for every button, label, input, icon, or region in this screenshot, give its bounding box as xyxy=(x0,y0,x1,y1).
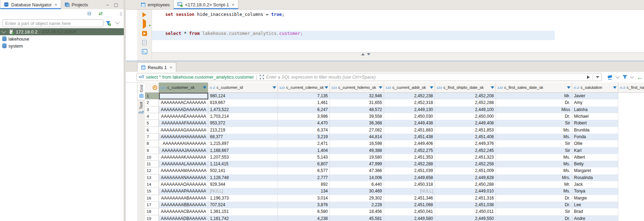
grid-cell[interactable]: AAAAAAAAHAAAAAAA xyxy=(159,134,208,140)
column-filter-arrow-icon[interactable] xyxy=(379,86,382,89)
tree-item-lakehouse[interactable]: lakehouse xyxy=(0,35,124,42)
grid-cell[interactable]: Margaret xyxy=(572,167,618,174)
grid-cell[interactable]: 14,006 xyxy=(330,174,384,181)
column-header[interactable]: 123c_customer_sk xyxy=(159,82,208,92)
grid-cell[interactable]: 6,807 xyxy=(278,161,330,167)
grid-cell[interactable]: 2,451,009 xyxy=(435,167,496,174)
grid-cell[interactable]: Brad xyxy=(572,208,618,215)
grid-cell[interactable]: Miss xyxy=(496,106,572,113)
grid-cell[interactable]: 2,449,408 xyxy=(435,120,496,127)
grid-cell[interactable]: Sir xyxy=(496,208,572,215)
grid-cell[interactable]: 36,368 xyxy=(330,120,384,127)
tab-database-navigator[interactable]: Database Navigator × xyxy=(0,0,61,9)
grid-cell[interactable]: AAAAAAAAMAAAAAAA xyxy=(159,167,208,174)
tab-script-1[interactable]: <172.18.0.2> Script-1 × xyxy=(173,0,238,9)
grid-cell[interactable]: 929,344 xyxy=(208,181,278,188)
grid-cell[interactable]: 134 xyxy=(278,188,330,195)
execute-new-tab-button[interactable]: + xyxy=(143,21,146,27)
object-filter-input[interactable] xyxy=(2,19,103,27)
grid-cell[interactable]: 1,161,742 xyxy=(208,215,278,221)
grid-cell[interactable]: 2,452,275 xyxy=(384,147,435,154)
grid-cell[interactable]: 31,655 xyxy=(330,99,384,106)
grid-cell[interactable]: 27,082 xyxy=(330,127,384,134)
grid-cell[interactable]: Michael xyxy=(572,113,618,120)
grid-cell[interactable]: 2,451,316 xyxy=(435,195,496,202)
grid-cell[interactable]: Latisha xyxy=(572,106,618,113)
grid-cell[interactable]: AAAAAAAADBAAAAAA xyxy=(159,215,208,221)
grid-cell[interactable]: 213,219 xyxy=(208,127,278,134)
grid-cell[interactable]: 3,014 xyxy=(278,195,330,202)
grid-cell[interactable]: Lee xyxy=(572,202,618,208)
grid-cell[interactable]: 2,452,258 xyxy=(435,161,496,167)
grid-cell[interactable]: 16,598 xyxy=(330,140,384,147)
column-header[interactable]: A-Zc_first_na xyxy=(618,82,644,92)
grid-cell[interactable]: AAAAAAAAKAAAAAAA xyxy=(159,154,208,161)
column-header[interactable]: 123c_first_sales_date_sk xyxy=(496,82,572,92)
grid-cell[interactable]: 2,228 xyxy=(330,202,384,208)
column-header[interactable]: 123c_current_addr_sk xyxy=(384,82,435,92)
overflow-dots-icon[interactable]: ⣿ xyxy=(120,12,122,16)
maximize-view-icon[interactable]: ▢ xyxy=(114,2,118,7)
grid-cell[interactable]: Mr. xyxy=(496,181,572,188)
row-number[interactable]: 11 xyxy=(145,161,159,167)
grid-cell[interactable]: 1,196,373 xyxy=(208,195,278,202)
grid-cell[interactable]: 3,986 xyxy=(278,113,330,120)
grid-cell[interactable]: 819,667 xyxy=(208,99,278,106)
column-filter-arrow-icon[interactable] xyxy=(273,86,276,89)
grid-cell[interactable]: 2,449,010 xyxy=(435,188,496,195)
grid-cell[interactable]: AAAAAAAAOAAAAAAA xyxy=(159,181,208,188)
grid-cell[interactable]: 2,451,346 xyxy=(384,195,435,202)
column-header[interactable]: A-Zc_customer_id xyxy=(208,82,278,92)
grid-cell[interactable]: 4,470 xyxy=(278,120,330,127)
grid-cell[interactable]: 6,374 xyxy=(278,127,330,134)
grid-cell[interactable]: 2,451,853 xyxy=(435,127,496,134)
grid-cell[interactable]: 2,451,323 xyxy=(435,154,496,161)
grid-cell[interactable]: 1,703,214 xyxy=(208,113,278,120)
grid-cell[interactable]: 5,143 xyxy=(278,154,330,161)
grid-cell[interactable]: 2,449,628 xyxy=(435,174,496,181)
script-button[interactable] xyxy=(142,40,147,45)
grid-cell[interactable]: 6,440 xyxy=(330,181,384,188)
grid-cell[interactable]: 48,572 xyxy=(330,106,384,113)
grid-cell[interactable]: Ms. xyxy=(496,161,572,167)
tab-projects[interactable]: Projects xyxy=(61,0,92,9)
row-number[interactable]: 3 xyxy=(145,106,159,113)
row-number[interactable]: 14 xyxy=(145,181,159,188)
column-header[interactable]: 123c_current_hdemo_sk xyxy=(330,82,384,92)
grid-cell[interactable]: 3,876 xyxy=(278,202,330,208)
grid-cell[interactable]: Ollie xyxy=(572,140,618,147)
grid-cell[interactable]: AAAAAAAABBAAAAAA xyxy=(159,202,208,208)
row-number[interactable]: 7 xyxy=(145,134,159,140)
grid-cell[interactable]: Betty xyxy=(572,161,618,167)
tree-item-connection[interactable]: 172.18.0.2 172.18.0.2:31604 xyxy=(0,28,124,35)
filter-funnel-icon[interactable] xyxy=(106,21,111,27)
grid-cell[interactable]: Dr. xyxy=(496,202,572,208)
grid-cell[interactable]: 47,366 xyxy=(330,167,384,174)
grid-cell[interactable]: 7,135 xyxy=(278,93,330,99)
grid-cell[interactable]: Margie xyxy=(572,195,618,202)
row-number[interactable]: 10 xyxy=(145,154,159,161)
grid-cell[interactable]: 68,377 xyxy=(208,134,278,140)
row-number[interactable]: 1 xyxy=(145,93,159,99)
tab-grid[interactable]: Grid xyxy=(137,82,145,100)
column-filter-arrow-icon[interactable] xyxy=(613,86,617,89)
grid-cell[interactable]: 18,456 xyxy=(330,208,384,215)
grid-cell[interactable]: 2,452,318 xyxy=(384,99,435,106)
grid-cell[interactable]: 45,581 xyxy=(330,215,384,221)
row-number[interactable]: 19 xyxy=(145,215,159,221)
grid-cell[interactable]: Andre xyxy=(572,215,618,221)
grid-cell[interactable]: 2,450,000 xyxy=(435,113,496,120)
grid-cell[interactable]: 4,238 xyxy=(278,215,330,221)
editor-scrollbar-strip[interactable] xyxy=(152,52,644,61)
column-filter-arrow-icon[interactable] xyxy=(203,86,206,89)
column-header[interactable]: A-Zc_salutation xyxy=(572,82,618,92)
grid-cell[interactable]: 2,452,288 xyxy=(384,161,435,167)
grid-cell[interactable]: 2,451,039 xyxy=(384,167,435,174)
grid-cell[interactable]: 2,449,100 xyxy=(435,106,496,113)
row-number[interactable]: 17 xyxy=(145,202,159,208)
row-number[interactable]: 2 xyxy=(145,99,159,106)
grid-cell[interactable]: 2,451,038 xyxy=(435,202,496,208)
grid-cell[interactable]: 30,469 xyxy=(330,188,384,195)
grid-cell[interactable]: 1,168,667 xyxy=(208,147,278,154)
grid-cell[interactable]: AAAAAAAALAAAAAAA xyxy=(159,161,208,167)
